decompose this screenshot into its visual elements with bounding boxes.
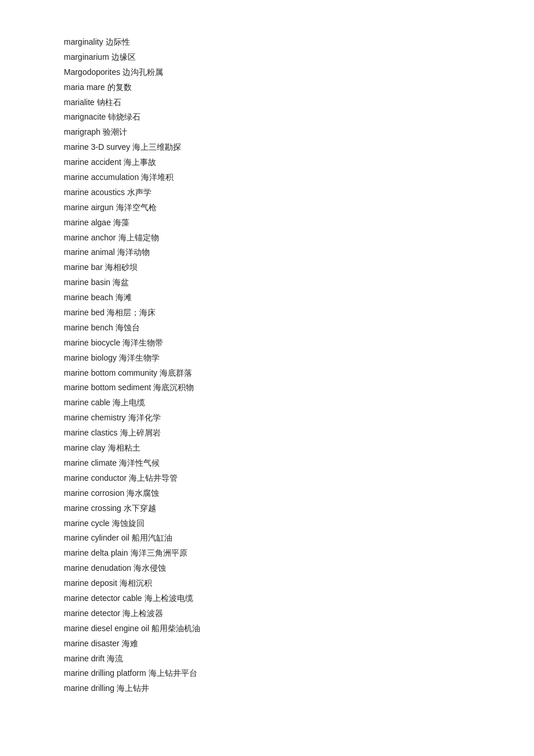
- list-item: marginarium边缘区: [64, 50, 470, 65]
- entry-english: marine diesel engine oil: [64, 624, 149, 633]
- entry-chinese: 海上钻井: [117, 683, 149, 693]
- entry-english: marine deposit: [64, 578, 117, 588]
- list-item: marine chemistry海洋化学: [64, 411, 470, 426]
- entry-chinese: 边缘区: [111, 52, 136, 62]
- entry-english: marine clay: [64, 443, 106, 452]
- entry-english: marine cycle: [64, 519, 110, 528]
- list-item: marine climate海洋性气候: [64, 456, 470, 471]
- list-item: marine beach海滩: [64, 290, 470, 305]
- entry-english: marine airgun: [64, 203, 114, 212]
- entry-english: marine drilling platform: [64, 668, 146, 678]
- list-item: marine diesel engine oil船用柴油机油: [64, 621, 470, 636]
- entry-chinese: 海洋生物学: [119, 353, 160, 362]
- entry-chinese: 海上检波器: [122, 609, 163, 618]
- entry-chinese: 水声学: [127, 188, 151, 197]
- entry-chinese: 海蚀旋回: [112, 519, 145, 528]
- list-item: marine deposit海相沉积: [64, 576, 470, 591]
- entry-english: marigraph: [64, 127, 100, 136]
- entry-english: marine acoustics: [64, 188, 125, 197]
- entry-english: marine clastics: [64, 428, 118, 437]
- entry-english: marine bench: [64, 323, 113, 332]
- list-item: maria mare的复数: [64, 80, 470, 95]
- list-item: marine bar海相砂坝: [64, 260, 470, 275]
- list-item: marine disaster海难: [64, 636, 470, 651]
- entry-english: marine cable: [64, 398, 110, 407]
- list-item: marine algae海藻: [64, 215, 470, 231]
- entry-english: marine biocycle: [64, 338, 120, 347]
- entry-chinese: 海洋三角洲平原: [131, 548, 187, 557]
- list-item: marine bed海相层；海床: [64, 305, 470, 321]
- list-item: marine drift海流: [64, 651, 470, 667]
- entry-english: marine beach: [64, 293, 113, 302]
- entry-chinese: 海盆: [113, 278, 129, 287]
- entry-chinese: 边际性: [106, 37, 130, 46]
- entry-chinese: 海洋性气候: [119, 458, 160, 467]
- entry-english: marine algae: [64, 218, 111, 227]
- list-item: marine crossing水下穿越: [64, 501, 470, 516]
- entry-english: marine detector: [64, 609, 120, 618]
- entry-english: marine bar: [64, 262, 103, 272]
- entry-english: marine bed: [64, 308, 104, 317]
- list-item: marine drilling platform海上钻井平台: [64, 666, 470, 681]
- list-item: marginality边际性: [64, 35, 470, 50]
- entry-chinese: 海相粘土: [108, 443, 140, 452]
- entry-chinese: 海藻: [113, 218, 129, 227]
- entry-chinese: 海洋空气枪: [116, 203, 157, 212]
- entry-english: marine chemistry: [64, 413, 126, 422]
- entry-chinese: 海底沉积物: [153, 383, 194, 392]
- list-item: marine clay海相粘土: [64, 441, 470, 456]
- entry-english: marialite: [64, 98, 95, 107]
- entry-english: Margodoporites: [64, 67, 120, 77]
- entry-chinese: 海水腐蚀: [127, 488, 159, 498]
- list-item: marine clastics海上碎屑岩: [64, 426, 470, 441]
- entry-english: marine denudation: [64, 563, 131, 573]
- entry-chinese: 验潮计: [103, 127, 127, 136]
- entry-chinese: 海底群落: [160, 368, 192, 377]
- entry-english: marine basin: [64, 278, 110, 287]
- entry-english: marine drift: [64, 654, 104, 663]
- entry-chinese: 铈烧绿石: [108, 112, 140, 121]
- entry-english: marignacite: [64, 112, 106, 121]
- entry-chinese: 海上三维勘探: [132, 142, 181, 152]
- list-item: Margodoporites边沟孔粉属: [64, 65, 470, 80]
- entries-list: marginality边际性marginarium边缘区Margodoporit…: [64, 35, 470, 696]
- entry-english: marine accident: [64, 157, 121, 167]
- list-item: marine cycle海蚀旋回: [64, 516, 470, 531]
- entry-english: marine bottom sediment: [64, 383, 151, 392]
- list-item: marine conductor海上钻井导管: [64, 471, 470, 486]
- entry-english: marine crossing: [64, 503, 121, 513]
- entry-english: marginarium: [64, 52, 109, 62]
- list-item: marine delta plain海洋三角洲平原: [64, 546, 470, 561]
- list-item: marine 3-D survey海上三维勘探: [64, 140, 470, 155]
- entry-english: marine drilling: [64, 683, 114, 693]
- list-item: marine detector cable海上检波电缆: [64, 591, 470, 606]
- entry-chinese: 海洋堆积: [141, 172, 174, 182]
- entry-chinese: 海上钻井平台: [149, 668, 197, 678]
- entry-chinese: 海洋化学: [128, 413, 161, 422]
- list-item: marine acoustics水声学: [64, 185, 470, 200]
- entry-english: marine delta plain: [64, 548, 128, 557]
- entry-english: marine anchor: [64, 233, 116, 242]
- list-item: marine accident海上事故: [64, 155, 470, 170]
- entry-english: marine climate: [64, 458, 117, 467]
- list-item: marialite钠柱石: [64, 95, 470, 110]
- entry-chinese: 水下穿越: [124, 503, 156, 513]
- list-item: marigraph验潮计: [64, 125, 470, 140]
- entry-chinese: 钠柱石: [97, 98, 121, 107]
- entry-chinese: 海上电缆: [113, 398, 145, 407]
- entry-chinese: 海滩: [116, 293, 132, 302]
- entry-chinese: 海相层；海床: [107, 308, 156, 317]
- entry-english: marine accumulation: [64, 172, 139, 182]
- entry-chinese: 海洋生物带: [122, 338, 163, 347]
- entry-chinese: 海上锚定物: [118, 233, 159, 242]
- entry-chinese: 海水侵蚀: [134, 563, 166, 573]
- entry-chinese: 的复数: [107, 82, 132, 92]
- list-item: marine animal海洋动物: [64, 245, 470, 260]
- list-item: marine accumulation海洋堆积: [64, 170, 470, 185]
- list-item: marine airgun海洋空气枪: [64, 200, 470, 215]
- list-item: marine bench海蚀台: [64, 321, 470, 336]
- entry-chinese: 海上钻井导管: [129, 473, 178, 483]
- entry-chinese: 船用柴油机油: [151, 624, 200, 633]
- list-item: marine detector海上检波器: [64, 606, 470, 621]
- entry-chinese: 海上事故: [124, 157, 156, 167]
